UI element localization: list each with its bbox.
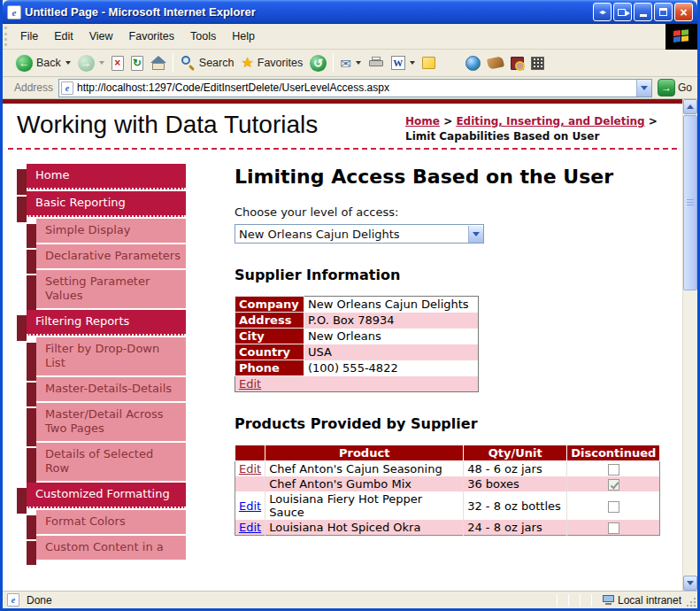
word-dropdown-icon[interactable] — [410, 61, 415, 65]
back-button[interactable]: ← Back — [12, 53, 74, 73]
sidebar-item-setting-parameter-values[interactable]: Setting Parameter Values — [27, 270, 186, 308]
qty-per-unit: 24 - 8 oz jars — [464, 520, 567, 536]
favorites-button[interactable]: ★ Favorites — [237, 54, 306, 72]
toolbar-separator — [173, 53, 173, 73]
sidebar-item-master-detail-across-two-pages[interactable]: Master/Detail Across Two Pages — [27, 403, 186, 441]
stop-icon: × — [112, 56, 124, 71]
minimize-button[interactable] — [634, 3, 652, 21]
sidebar-item-customized-formatting[interactable]: Customized Formatting — [17, 483, 186, 508]
addon-globe-button[interactable] — [462, 54, 484, 73]
undock-button[interactable] — [613, 3, 632, 21]
products-heading: Products Provided by Supplier — [235, 415, 661, 432]
mail-dropdown-icon[interactable] — [356, 61, 361, 65]
chevron-down-icon — [687, 581, 694, 585]
addon-send-button[interactable] — [484, 56, 507, 70]
supplier-edit-link[interactable]: Edit — [239, 377, 261, 391]
table-row: Edit Chef Anton's Cajun Seasoning 48 - 6… — [235, 461, 660, 477]
sidebar-item-details-of-selected-row[interactable]: Details of Selected Row — [27, 443, 186, 481]
favorites-label: Favorites — [258, 57, 303, 69]
go-button[interactable]: → — [658, 79, 675, 97]
search-button[interactable]: Search — [176, 53, 238, 73]
sidebar-item-filtering-reports[interactable]: Filtering Reports — [17, 310, 186, 336]
close-button[interactable]: × — [674, 3, 693, 21]
local-intranet-icon — [603, 595, 614, 605]
menu-help[interactable]: Help — [224, 24, 263, 49]
address-field[interactable]: e http://localhost:1297/Code/EditInsertD… — [58, 79, 652, 97]
status-separator — [568, 594, 569, 607]
qty-per-unit: 32 - 8 oz bottles — [464, 491, 567, 520]
address-dropdown-button[interactable] — [636, 80, 651, 97]
menu-favorites[interactable]: Favorites — [121, 24, 182, 49]
discontinued-checkbox[interactable] — [608, 464, 619, 476]
breadcrumb-section-link[interactable]: Editing, Inserting, and Deleting — [456, 115, 644, 128]
discontinued-column-header: Discontinued — [567, 445, 660, 461]
status-text: Done — [27, 594, 52, 607]
sidebar-item-master-details-details[interactable]: Master-Details-Details — [27, 377, 186, 401]
thumb-grip-icon — [687, 199, 694, 206]
sidebar-item-custom-content[interactable]: Custom Content in a — [27, 536, 186, 560]
sidebar-item-format-colors[interactable]: Format Colors — [27, 510, 186, 534]
sidebar-item-filter-by-dropdown-list[interactable]: Filter by Drop-Down List — [27, 337, 186, 375]
discontinued-checkbox[interactable] — [608, 501, 619, 513]
breadcrumb-current: Limit Capabilities Based on User — [405, 130, 599, 143]
sidebar-item-basic-reporting[interactable]: Basic Reporting — [17, 191, 186, 217]
row-edit-link[interactable]: Edit — [239, 521, 261, 534]
scrollbar-thumb[interactable] — [683, 115, 697, 290]
print-button[interactable] — [365, 55, 388, 71]
sidebar-item-home[interactable]: Home — [17, 164, 186, 189]
security-zone: Local intranet — [603, 594, 696, 607]
window-title: Untitled Page - Microsoft Internet Explo… — [25, 5, 591, 19]
select-dropdown-button[interactable] — [468, 226, 483, 243]
vertical-scrollbar[interactable] — [682, 99, 697, 591]
sidebar-item-simple-display[interactable]: Simple Display — [27, 219, 186, 243]
nav-arrows-button[interactable]: ◂▸ — [593, 3, 612, 21]
zone-label: Local intranet — [618, 594, 681, 607]
grid-icon — [531, 57, 544, 70]
menu-tools[interactable]: Tools — [182, 24, 224, 49]
messenger-button[interactable] — [419, 55, 439, 71]
access-level-selected-value: New Orleans Cajun Delights — [235, 228, 468, 241]
refresh-button[interactable]: ↻ — [127, 54, 147, 73]
favorites-star-icon: ★ — [241, 56, 253, 70]
sidebar-item-declarative-parameters[interactable]: Declarative Parameters — [27, 244, 186, 268]
row-edit-link[interactable]: Edit — [239, 499, 261, 513]
breadcrumb: Home > Editing, Inserting, and Deleting … — [405, 114, 670, 145]
addon-messenger-grid-button[interactable] — [527, 55, 548, 72]
menu-view[interactable]: View — [81, 24, 121, 49]
scroll-up-button[interactable] — [683, 99, 697, 114]
addon-research-button[interactable] — [507, 55, 527, 72]
table-row: Country USA — [235, 344, 479, 360]
back-dropdown-icon[interactable] — [65, 61, 71, 65]
product-name: Louisiana Hot Spiced Okra — [265, 520, 464, 536]
stop-button[interactable]: × — [108, 54, 127, 73]
scroll-down-button[interactable] — [683, 576, 697, 591]
toolbar-grip[interactable] — [4, 27, 11, 46]
breadcrumb-home-link[interactable]: Home — [405, 115, 440, 128]
send-icon — [487, 56, 504, 69]
supplier-field-value: (100) 555-4822 — [304, 360, 479, 376]
address-bar: Address e http://localhost:1297/Code/Edi… — [3, 77, 697, 99]
edit-column-header — [235, 445, 265, 461]
access-level-select[interactable]: New Orleans Cajun Delights — [235, 224, 484, 244]
menu-file[interactable]: File — [12, 24, 46, 49]
web-page: Working with Data Tutorials Home > Editi… — [3, 99, 682, 591]
supplier-field-value: USA — [304, 344, 479, 360]
go-label[interactable]: Go — [678, 81, 692, 94]
minimize-icon — [640, 14, 647, 17]
toolbar-separator — [333, 53, 334, 73]
title-bar: e Untitled Page - Microsoft Internet Exp… — [3, 0, 697, 24]
history-button[interactable]: ↺ — [306, 53, 330, 73]
maximize-button[interactable] — [654, 3, 673, 21]
mail-button[interactable]: ✉ — [336, 55, 365, 72]
forward-dropdown-icon[interactable] — [99, 61, 104, 65]
menu-edit[interactable]: Edit — [46, 24, 81, 49]
edit-with-word-button[interactable]: W — [388, 54, 419, 72]
discontinued-checkbox[interactable] — [608, 522, 619, 534]
status-separator — [580, 594, 581, 607]
address-url[interactable]: http://localhost:1297/Code/EditInsertDel… — [77, 81, 636, 94]
row-edit-link[interactable]: Edit — [239, 462, 261, 476]
discontinued-checkbox[interactable] — [608, 479, 619, 491]
home-button[interactable] — [147, 54, 170, 72]
resize-grip[interactable] — [686, 597, 696, 607]
forward-button[interactable]: → — [74, 53, 108, 73]
